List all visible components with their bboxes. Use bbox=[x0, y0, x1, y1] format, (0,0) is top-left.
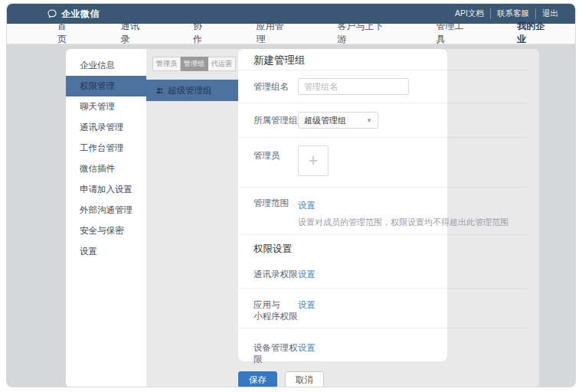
device-permission-set-link[interactable]: 设置 bbox=[298, 328, 316, 361]
parent-group-label: 所属管理组 bbox=[253, 115, 298, 126]
group-name-label: 管理组名 bbox=[253, 81, 298, 93]
sidebar-item-external-communication[interactable]: 外部沟通管理 bbox=[66, 200, 146, 220]
scope-set-link[interactable]: 设置 bbox=[298, 200, 316, 211]
admins-label: 管理员 bbox=[253, 138, 298, 187]
apps-permission-row: 应用与小程序权限 设置 bbox=[238, 289, 528, 328]
sidebar-item-workbench-management[interactable]: 工作台管理 bbox=[66, 138, 146, 158]
admin-type-tabs: 管理员 管理组 代运营 + bbox=[152, 57, 238, 71]
nav-tab-admin-tools[interactable]: 管理工具 bbox=[413, 24, 494, 44]
admins-row: 管理员 + bbox=[238, 138, 528, 188]
scope-body: 设置 设置对成员的管理范围，权限设置均不得超出此管理范围 bbox=[298, 188, 508, 234]
apps-permission-label: 应用与小程序权限 bbox=[253, 289, 298, 328]
nav-tab-app-management[interactable]: 应用管理 bbox=[234, 24, 315, 44]
sidebar-item-chat-management[interactable]: 聊天管理 bbox=[66, 96, 146, 117]
settings-panel: 企业信息 权限管理 聊天管理 通讯录管理 工作台管理 微信插件 申请加入设置 外… bbox=[66, 49, 539, 387]
tab-administrators[interactable]: 管理员 bbox=[152, 57, 181, 71]
nav-tab-home[interactable]: 首页 bbox=[34, 24, 98, 44]
admin-group-column: 管理员 管理组 代运营 + 超级管理组 bbox=[146, 49, 238, 387]
sidebar-item-settings[interactable]: 设置 bbox=[66, 241, 146, 262]
group-name-input[interactable] bbox=[298, 78, 409, 95]
sidebar-item-security[interactable]: 安全与保密 bbox=[66, 220, 146, 241]
main-area: 新建管理组 管理组名 所属管理组 超级管理组 ▼ bbox=[238, 49, 539, 387]
nav-tab-my-company[interactable]: 我的企业 bbox=[494, 24, 575, 44]
contacts-permission-set-link[interactable]: 设置 bbox=[298, 260, 316, 288]
device-permission-label: 设备管理权限 bbox=[253, 328, 298, 361]
form-rows: 新建管理组 管理组名 所属管理组 超级管理组 ▼ bbox=[238, 49, 528, 361]
sidebar-item-join-settings[interactable]: 申请加入设置 bbox=[66, 179, 146, 200]
scope-label: 管理范围 bbox=[253, 188, 298, 234]
apps-permission-label-line1: 应用与 bbox=[253, 300, 280, 309]
content-area: 企业信息 权限管理 聊天管理 通讯录管理 工作台管理 微信插件 申请加入设置 外… bbox=[7, 44, 575, 387]
contacts-permission-label: 通讯录权限 bbox=[253, 260, 298, 288]
chevron-down-icon: ▼ bbox=[366, 117, 372, 124]
form-buttons: 保存 取消 bbox=[238, 371, 528, 387]
nav-tab-contacts[interactable]: 通讯录 bbox=[98, 24, 170, 44]
nav-tab-collaboration[interactable]: 协作 bbox=[170, 24, 234, 44]
contacts-permission-row: 通讯录权限 设置 bbox=[238, 260, 528, 289]
add-admin-button[interactable]: + bbox=[298, 145, 329, 176]
group-name-row: 管理组名 bbox=[238, 70, 528, 103]
scope-hint-text: 设置对成员的管理范围，权限设置均不得超出此管理范围 bbox=[298, 217, 508, 228]
form-title: 新建管理组 bbox=[238, 49, 528, 70]
settings-sidebar: 企业信息 权限管理 聊天管理 通讯录管理 工作台管理 微信插件 申请加入设置 外… bbox=[66, 49, 146, 387]
parent-group-value: 超级管理组 bbox=[304, 115, 346, 126]
device-permission-row: 设备管理权限 设置 bbox=[238, 328, 528, 361]
scope-row: 管理范围 设置 设置对成员的管理范围，权限设置均不得超出此管理范围 bbox=[238, 188, 528, 235]
group-icon bbox=[155, 87, 164, 95]
new-group-form: 新建管理组 管理组名 所属管理组 超级管理组 ▼ bbox=[238, 49, 528, 387]
group-item-label: 超级管理组 bbox=[168, 85, 212, 96]
apps-permission-set-link[interactable]: 设置 bbox=[298, 289, 316, 328]
tab-admin-groups[interactable]: 管理组 bbox=[181, 57, 208, 71]
group-list-item-super-admin[interactable]: 超级管理组 bbox=[146, 80, 238, 101]
cancel-button[interactable]: 取消 bbox=[285, 371, 324, 387]
parent-group-row: 所属管理组 超级管理组 ▼ bbox=[238, 103, 528, 138]
sidebar-item-wechat-plugin[interactable]: 微信插件 bbox=[66, 158, 146, 179]
sidebar-item-company-info[interactable]: 企业信息 bbox=[66, 55, 146, 76]
tab-agency-operation[interactable]: 代运营 bbox=[208, 57, 236, 71]
main-nav: 首页 通讯录 协作 应用管理 客户与上下游 管理工具 我的企业 bbox=[7, 24, 575, 44]
save-button[interactable]: 保存 bbox=[238, 371, 277, 387]
parent-group-select[interactable]: 超级管理组 ▼ bbox=[298, 112, 378, 129]
screenshot-root: 企业微信 API文档 联系客服 退出 首页 通讯录 协作 应用管理 客户与上下游… bbox=[0, 0, 582, 392]
sidebar-item-permission-management[interactable]: 权限管理 bbox=[66, 76, 146, 96]
permissions-heading: 权限设置 bbox=[238, 235, 528, 260]
sidebar-item-contacts-management[interactable]: 通讯录管理 bbox=[66, 117, 146, 138]
admin-console-window: 企业微信 API文档 联系客服 退出 首页 通讯录 协作 应用管理 客户与上下游… bbox=[6, 3, 576, 387]
nav-tab-customers[interactable]: 客户与上下游 bbox=[315, 24, 414, 44]
apps-permission-label-line2: 小程序权限 bbox=[253, 311, 298, 322]
